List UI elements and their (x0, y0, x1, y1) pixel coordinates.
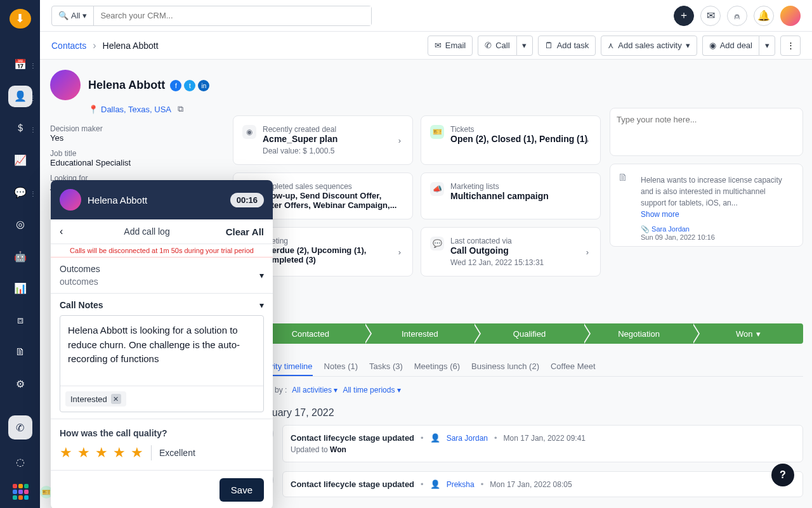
outcomes-dropdown[interactable]: Outcomes outcomes ▾ (60, 264, 264, 287)
star-4[interactable]: ★ (113, 445, 126, 461)
rail-target[interactable]: ◎ (8, 213, 32, 235)
tab-notes[interactable]: Notes (1) (324, 358, 358, 376)
linkedin-icon[interactable]: in (198, 80, 209, 91)
card-mkt-title: Multichannel campaign (450, 191, 549, 201)
timeline-date: January 17, 2022 (256, 407, 803, 419)
card-last-contacted[interactable]: 💬 Last contacted via Call Outgoing Wed 1… (421, 227, 601, 277)
notes-column: 🗎 Helena wants to increase license capac… (610, 108, 803, 247)
call-quality-label: Excellent (159, 448, 195, 458)
email-button[interactable]: ✉Email (428, 36, 473, 56)
rail-settings[interactable]: ⚙ (8, 374, 32, 395)
card-deal[interactable]: ◉ Recently created deal Acme_Super plan … (233, 115, 413, 165)
call-notes-textarea[interactable]: Helena Abbott is looking for a solution … (60, 316, 263, 386)
trial-warning: Calls will be disconnected at 1m 50s dur… (51, 244, 273, 257)
note-input-card[interactable] (610, 108, 803, 156)
card-seq-title: Follow-up, Send Discount Offer, Winter O… (256, 191, 403, 210)
rail-analytics[interactable]: 📊 (8, 277, 32, 299)
stage-negotiation[interactable]: Negotiation (584, 323, 694, 344)
timeline-author[interactable]: Sara Jordan (447, 434, 488, 443)
call-notes-label: Call Notes (60, 300, 103, 310)
facebook-icon[interactable]: f (170, 80, 181, 91)
adddeal-dropdown[interactable]: ▾ (759, 36, 775, 56)
note-input[interactable] (617, 115, 796, 153)
timeline-card: Contact lifecycle stage updated • 👤 Prek… (282, 471, 803, 497)
twitter-icon[interactable]: t (184, 80, 195, 91)
copy-icon[interactable]: ⧉ (178, 104, 183, 114)
adddeal-button[interactable]: ◉Add deal (702, 36, 759, 56)
rail-calendar[interactable]: 📅⋮ (8, 53, 32, 75)
chevron-down-icon: ▾ (259, 300, 264, 310)
clear-all-button[interactable]: Clear All (226, 226, 264, 237)
stage-won[interactable]: Won ▾ (693, 323, 803, 344)
remove-tag-button[interactable]: ✕ (111, 394, 121, 404)
call-quality-question: How was the call quality? (60, 428, 264, 438)
timeline-title: Contact lifecycle stage updated (291, 433, 414, 443)
star-3[interactable]: ★ (95, 445, 108, 461)
rail-message[interactable]: ◌ (8, 450, 32, 474)
stage-interested[interactable]: Interested (365, 323, 475, 344)
search-input[interactable] (93, 6, 371, 25)
filter-activities[interactable]: All activities ▾ (292, 386, 337, 394)
card-last-title: Call Outgoing (450, 245, 544, 256)
save-button[interactable]: Save (219, 478, 264, 502)
note-show-more[interactable]: Show more (641, 210, 679, 219)
mail-button[interactable]: ✉ (700, 6, 721, 26)
card-mkt-label: Marketing lists (450, 182, 549, 191)
note-author[interactable]: Sara Jordan (652, 225, 690, 233)
breadcrumb-current: Helena Abbott (103, 41, 159, 51)
card-meet-title: Overdue (2), Upcoming (1), Completed (3) (261, 245, 403, 264)
back-button[interactable]: ‹ (60, 226, 63, 237)
card-tickets[interactable]: 🎫 Tickets Open (2), Closed (1), Pending … (421, 115, 601, 165)
chevron-right-icon[interactable]: › (580, 133, 595, 148)
timeline-author[interactable]: Preksha (447, 480, 475, 489)
call-contact-avatar (60, 189, 81, 211)
chevron-right-icon[interactable]: › (392, 244, 407, 259)
tab-tasks[interactable]: Tasks (3) (369, 358, 403, 376)
chevron-right-icon[interactable]: › (392, 133, 407, 148)
chevron-right-icon[interactable]: › (580, 244, 595, 259)
tab-meetings[interactable]: Meetings (6) (414, 358, 460, 376)
call-timer: 00:16 (230, 193, 264, 207)
search-scope-dropdown[interactable]: 🔍 All ▾ (52, 11, 93, 20)
tab-coffee-meet[interactable]: Coffee Meet (551, 358, 596, 376)
call-dropdown[interactable]: ▾ (516, 36, 533, 56)
call-notes-toggle[interactable]: Call Notes ▾ (60, 300, 264, 310)
star-2[interactable]: ★ (77, 445, 90, 461)
timeline-card: Contact lifecycle stage updated • 👤 Sara… (282, 425, 803, 462)
card-marketing[interactable]: 📣 Marketing lists Multichannel campaign (421, 173, 601, 219)
star-1[interactable]: ★ (60, 445, 72, 461)
rail-contacts[interactable]: 👤⋮ (8, 86, 32, 107)
rail-bot[interactable]: 🤖 (8, 245, 32, 267)
global-search: 🔍 All ▾ (51, 6, 372, 26)
rail-phone[interactable]: ✆ (8, 415, 32, 440)
location-icon: 📍 (88, 105, 98, 114)
addtask-button[interactable]: 🗒Add task (538, 36, 596, 56)
card-deal-title: Acme_Super plan (263, 134, 337, 144)
help-button[interactable]: ? (771, 464, 794, 486)
rail-package[interactable]: ⧈ (8, 309, 32, 331)
score-value: 95 (211, 60, 231, 60)
star-5[interactable]: ★ (131, 445, 143, 461)
addactivity-button[interactable]: ⋏Add sales activity ▾ (601, 36, 697, 56)
stage-qualified[interactable]: Qualified (475, 323, 584, 344)
user-avatar[interactable] (780, 6, 801, 26)
add-button[interactable]: ＋ (674, 6, 694, 26)
more-actions-button[interactable]: ⋮ (780, 36, 801, 56)
rail-reports[interactable]: 📈 (8, 149, 32, 171)
breadcrumb-parent[interactable]: Contacts (51, 41, 86, 51)
tab-business-lunch[interactable]: Business lunch (2) (471, 358, 539, 376)
card-tickets-title: Open (2), Closed (1), Pending (1) (450, 134, 587, 144)
notifications-button[interactable]: 🔔 (754, 6, 774, 26)
contact-location[interactable]: Dallas, Texas, USA (101, 105, 171, 114)
call-button[interactable]: ✆Call (478, 36, 516, 56)
rail-chat[interactable]: 💬⋮ (8, 181, 32, 203)
filter-time[interactable]: All time periods ▾ (343, 386, 400, 394)
card-last-sub: Wed 12 Jan, 2022 15:13:31 (450, 258, 544, 267)
search-scope-label: All (71, 11, 80, 20)
rail-deals[interactable]: ＄⋮ (8, 117, 32, 139)
app-launcher[interactable] (13, 484, 28, 499)
freddy-button[interactable]: ⍝ (727, 6, 747, 26)
subbar: Contacts › Helena Abbott ✉Email ✆Call ▾ … (40, 32, 812, 60)
call-tag-label: Interested (70, 394, 107, 404)
rail-document[interactable]: 🗎 (8, 341, 32, 363)
